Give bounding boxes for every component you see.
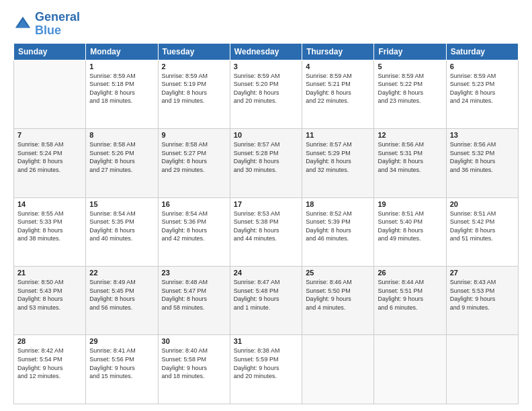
day-number: 28 <box>17 337 82 345</box>
calendar-cell: 12Sunrise: 8:56 AMSunset: 5:31 PMDayligh… <box>374 129 446 197</box>
logo-text: General Blue <box>35 11 80 38</box>
day-number: 1 <box>89 62 154 71</box>
day-number: 27 <box>450 269 515 277</box>
calendar-cell: 30Sunrise: 8:40 AMSunset: 5:58 PMDayligh… <box>158 335 230 404</box>
day-number: 15 <box>89 200 154 208</box>
day-info: Sunrise: 8:38 AMSunset: 5:59 PMDaylight:… <box>234 347 298 380</box>
day-info: Sunrise: 8:52 AMSunset: 5:39 PMDaylight:… <box>306 210 370 243</box>
day-info: Sunrise: 8:59 AMSunset: 5:20 PMDaylight:… <box>234 72 298 105</box>
day-number: 22 <box>89 269 154 277</box>
calendar-cell: 22Sunrise: 8:49 AMSunset: 5:45 PMDayligh… <box>86 267 158 335</box>
day-info: Sunrise: 8:47 AMSunset: 5:48 PMDaylight:… <box>234 278 298 312</box>
calendar-cell: 27Sunrise: 8:43 AMSunset: 5:53 PMDayligh… <box>446 267 518 335</box>
calendar-cell: 1Sunrise: 8:59 AMSunset: 5:18 PMDaylight… <box>86 60 158 128</box>
day-info: Sunrise: 8:58 AMSunset: 5:24 PMDaylight:… <box>17 140 82 174</box>
header-wednesday: Wednesday <box>230 43 302 60</box>
calendar-cell: 16Sunrise: 8:54 AMSunset: 5:36 PMDayligh… <box>158 197 230 266</box>
day-number: 10 <box>234 131 298 139</box>
day-info: Sunrise: 8:59 AMSunset: 5:23 PMDaylight:… <box>450 72 515 105</box>
day-number: 4 <box>306 62 370 71</box>
day-number: 23 <box>162 269 226 277</box>
day-info: Sunrise: 8:57 AMSunset: 5:29 PMDaylight:… <box>306 140 370 174</box>
week-row-5: 28Sunrise: 8:42 AMSunset: 5:54 PMDayligh… <box>14 335 519 404</box>
day-number: 16 <box>162 200 226 208</box>
day-number: 8 <box>89 131 154 139</box>
day-number: 19 <box>378 200 442 208</box>
day-info: Sunrise: 8:58 AMSunset: 5:26 PMDaylight:… <box>89 140 154 174</box>
day-number: 7 <box>17 131 82 139</box>
header-saturday: Saturday <box>446 43 518 60</box>
day-info: Sunrise: 8:55 AMSunset: 5:33 PMDaylight:… <box>17 210 82 243</box>
header-sunday: Sunday <box>14 43 86 60</box>
header-friday: Friday <box>374 43 446 60</box>
calendar-cell: 31Sunrise: 8:38 AMSunset: 5:59 PMDayligh… <box>230 335 302 404</box>
day-info: Sunrise: 8:57 AMSunset: 5:28 PMDaylight:… <box>234 140 298 174</box>
day-info: Sunrise: 8:59 AMSunset: 5:18 PMDaylight:… <box>89 72 154 105</box>
calendar-cell: 9Sunrise: 8:58 AMSunset: 5:27 PMDaylight… <box>158 129 230 197</box>
day-info: Sunrise: 8:43 AMSunset: 5:53 PMDaylight:… <box>450 278 515 312</box>
day-info: Sunrise: 8:59 AMSunset: 5:19 PMDaylight:… <box>162 72 226 105</box>
day-info: Sunrise: 8:59 AMSunset: 5:22 PMDaylight:… <box>378 72 442 105</box>
day-info: Sunrise: 8:56 AMSunset: 5:32 PMDaylight:… <box>450 140 515 174</box>
calendar-table: SundayMondayTuesdayWednesdayThursdayFrid… <box>13 43 519 404</box>
header: General Blue <box>13 11 519 38</box>
calendar-cell: 8Sunrise: 8:58 AMSunset: 5:26 PMDaylight… <box>86 129 158 197</box>
day-info: Sunrise: 8:48 AMSunset: 5:47 PMDaylight:… <box>162 278 226 312</box>
day-number: 18 <box>306 200 370 208</box>
calendar-cell <box>374 335 446 404</box>
header-monday: Monday <box>86 43 158 60</box>
week-row-2: 7Sunrise: 8:58 AMSunset: 5:24 PMDaylight… <box>14 129 519 197</box>
calendar-cell: 4Sunrise: 8:59 AMSunset: 5:21 PMDaylight… <box>302 60 374 128</box>
calendar-cell: 24Sunrise: 8:47 AMSunset: 5:48 PMDayligh… <box>230 267 302 335</box>
day-info: Sunrise: 8:42 AMSunset: 5:54 PMDaylight:… <box>17 347 82 380</box>
day-number: 13 <box>450 131 515 139</box>
calendar-cell: 28Sunrise: 8:42 AMSunset: 5:54 PMDayligh… <box>14 335 86 404</box>
calendar-cell: 17Sunrise: 8:53 AMSunset: 5:38 PMDayligh… <box>230 197 302 266</box>
day-number: 30 <box>162 337 226 345</box>
week-row-4: 21Sunrise: 8:50 AMSunset: 5:43 PMDayligh… <box>14 267 519 335</box>
day-number: 26 <box>378 269 442 277</box>
calendar-cell: 3Sunrise: 8:59 AMSunset: 5:20 PMDaylight… <box>230 60 302 128</box>
day-number: 9 <box>162 131 226 139</box>
day-number: 24 <box>234 269 298 277</box>
day-info: Sunrise: 8:49 AMSunset: 5:45 PMDaylight:… <box>89 278 154 312</box>
day-number: 12 <box>378 131 442 139</box>
day-number: 31 <box>234 337 298 345</box>
day-number: 3 <box>234 62 298 71</box>
logo: General Blue <box>13 11 80 38</box>
day-number: 6 <box>450 62 515 71</box>
page: General Blue SundayMondayTuesdayWednesda… <box>0 0 532 411</box>
day-info: Sunrise: 8:44 AMSunset: 5:51 PMDaylight:… <box>378 278 442 312</box>
day-info: Sunrise: 8:59 AMSunset: 5:21 PMDaylight:… <box>306 72 370 105</box>
day-number: 14 <box>17 200 82 208</box>
day-info: Sunrise: 8:51 AMSunset: 5:40 PMDaylight:… <box>378 210 442 243</box>
week-row-1: 1Sunrise: 8:59 AMSunset: 5:18 PMDaylight… <box>14 60 519 128</box>
calendar-cell: 2Sunrise: 8:59 AMSunset: 5:19 PMDaylight… <box>158 60 230 128</box>
day-number: 2 <box>162 62 226 71</box>
calendar-cell: 6Sunrise: 8:59 AMSunset: 5:23 PMDaylight… <box>446 60 518 128</box>
calendar-cell: 29Sunrise: 8:41 AMSunset: 5:56 PMDayligh… <box>86 335 158 404</box>
calendar-cell: 11Sunrise: 8:57 AMSunset: 5:29 PMDayligh… <box>302 129 374 197</box>
calendar-cell: 5Sunrise: 8:59 AMSunset: 5:22 PMDaylight… <box>374 60 446 128</box>
day-info: Sunrise: 8:41 AMSunset: 5:56 PMDaylight:… <box>89 347 154 380</box>
week-row-3: 14Sunrise: 8:55 AMSunset: 5:33 PMDayligh… <box>14 197 519 266</box>
calendar-cell: 21Sunrise: 8:50 AMSunset: 5:43 PMDayligh… <box>14 267 86 335</box>
day-info: Sunrise: 8:51 AMSunset: 5:42 PMDaylight:… <box>450 210 515 243</box>
day-info: Sunrise: 8:53 AMSunset: 5:38 PMDaylight:… <box>234 210 298 243</box>
day-info: Sunrise: 8:54 AMSunset: 5:36 PMDaylight:… <box>162 210 226 243</box>
day-number: 20 <box>450 200 515 208</box>
day-number: 25 <box>306 269 370 277</box>
calendar-cell: 20Sunrise: 8:51 AMSunset: 5:42 PMDayligh… <box>446 197 518 266</box>
calendar-cell <box>14 60 86 128</box>
day-info: Sunrise: 8:58 AMSunset: 5:27 PMDaylight:… <box>162 140 226 174</box>
day-number: 29 <box>89 337 154 345</box>
header-row: SundayMondayTuesdayWednesdayThursdayFrid… <box>14 43 519 60</box>
calendar-cell: 18Sunrise: 8:52 AMSunset: 5:39 PMDayligh… <box>302 197 374 266</box>
calendar-cell <box>302 335 374 404</box>
day-number: 21 <box>17 269 82 277</box>
day-info: Sunrise: 8:40 AMSunset: 5:58 PMDaylight:… <box>162 347 226 380</box>
header-thursday: Thursday <box>302 43 374 60</box>
calendar-cell: 26Sunrise: 8:44 AMSunset: 5:51 PMDayligh… <box>374 267 446 335</box>
calendar-cell: 13Sunrise: 8:56 AMSunset: 5:32 PMDayligh… <box>446 129 518 197</box>
header-tuesday: Tuesday <box>158 43 230 60</box>
